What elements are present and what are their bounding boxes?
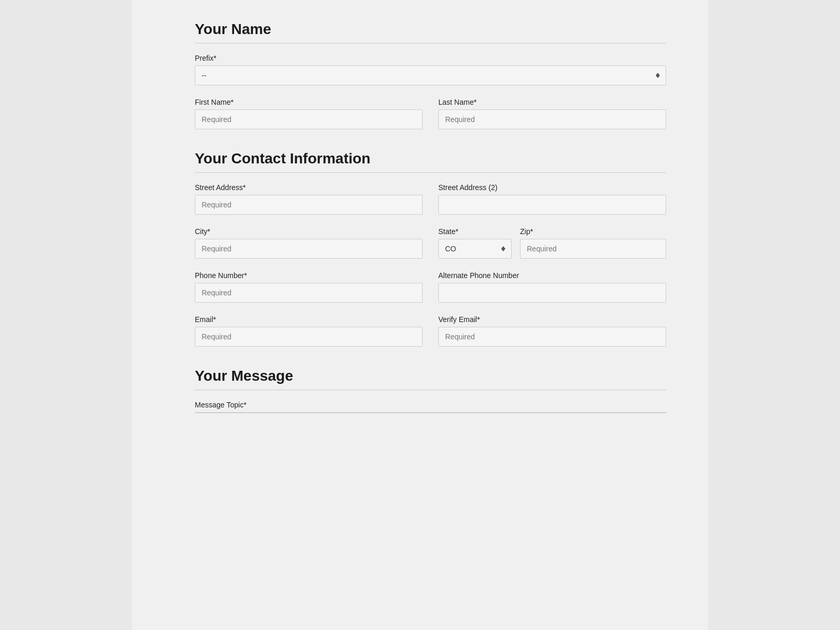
message-topic-group: Message Topic* (195, 401, 666, 413)
alt-phone-input[interactable] (438, 283, 666, 303)
email-input[interactable] (195, 327, 423, 347)
city-label: City* (195, 227, 423, 236)
verify-email-input[interactable] (438, 327, 666, 347)
alt-phone-group: Alternate Phone Number (438, 271, 666, 303)
name-row: First Name* Last Name* (195, 98, 666, 129)
street-address2-label: Street Address (2) (438, 183, 666, 192)
your-name-section: Your Name Prefix* -- Mr. Mrs. Ms. Dr. Fi… (195, 21, 666, 129)
phone-label: Phone Number* (195, 271, 423, 280)
verify-email-label: Verify Email* (438, 315, 666, 324)
email-row: Email* Verify Email* (195, 315, 666, 347)
state-label: State* (438, 227, 512, 236)
phone-input[interactable] (195, 283, 423, 303)
zip-input[interactable] (520, 239, 666, 259)
street-address2-group: Street Address (2) (438, 183, 666, 215)
last-name-group: Last Name* (438, 98, 666, 129)
prefix-group: Prefix* -- Mr. Mrs. Ms. Dr. (195, 54, 666, 85)
city-state-zip-row: City* State* AL AK AZ AR CA CO CT DE FL (195, 227, 666, 259)
street-address-label: Street Address* (195, 183, 423, 192)
street-address-input[interactable] (195, 195, 423, 215)
street-address-row: Street Address* Street Address (2) (195, 183, 666, 215)
alt-phone-label: Alternate Phone Number (438, 271, 666, 280)
contact-info-title: Your Contact Information (195, 150, 666, 173)
contact-info-section: Your Contact Information Street Address*… (195, 150, 666, 347)
message-topic-divider (195, 412, 666, 413)
your-name-title: Your Name (195, 21, 666, 43)
email-group: Email* (195, 315, 423, 347)
zip-label: Zip* (520, 227, 666, 236)
first-name-group: First Name* (195, 98, 423, 129)
your-message-title: Your Message (195, 368, 666, 390)
state-select[interactable]: AL AK AZ AR CA CO CT DE FL GA (438, 239, 512, 259)
state-group: State* AL AK AZ AR CA CO CT DE FL GA (438, 227, 512, 259)
form-container: Your Name Prefix* -- Mr. Mrs. Ms. Dr. Fi… (132, 0, 708, 630)
verify-email-group: Verify Email* (438, 315, 666, 347)
state-zip-group: State* AL AK AZ AR CA CO CT DE FL GA (438, 227, 666, 259)
street-address2-input[interactable] (438, 195, 666, 215)
first-name-input[interactable] (195, 109, 423, 129)
message-topic-label: Message Topic* (195, 401, 666, 409)
city-group: City* (195, 227, 423, 259)
street-address-group: Street Address* (195, 183, 423, 215)
last-name-label: Last Name* (438, 98, 666, 106)
city-input[interactable] (195, 239, 423, 259)
zip-group: Zip* (520, 227, 666, 259)
phone-group: Phone Number* (195, 271, 423, 303)
prefix-select[interactable]: -- Mr. Mrs. Ms. Dr. (195, 65, 666, 85)
phone-row: Phone Number* Alternate Phone Number (195, 271, 666, 303)
email-label: Email* (195, 315, 423, 324)
first-name-label: First Name* (195, 98, 423, 106)
your-message-section: Your Message Message Topic* (195, 368, 666, 413)
last-name-input[interactable] (438, 109, 666, 129)
prefix-label: Prefix* (195, 54, 666, 62)
